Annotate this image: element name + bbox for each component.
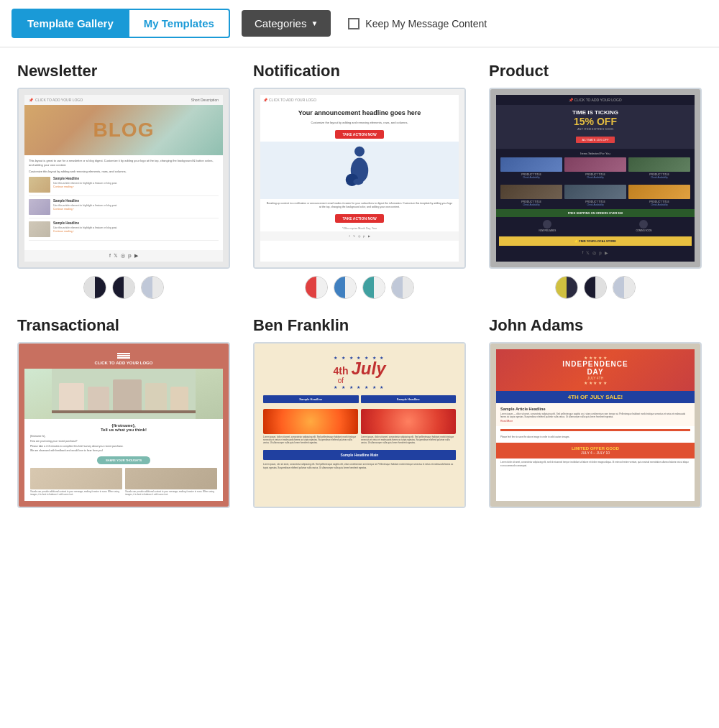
prod-items-section-1: Items Selected For You PRODUCT TITLE Che… [496,149,695,182]
newsletter-section: Newsletter 📌CLICK TO ADD YOUR LOGO Short… [17,62,230,299]
product-swatch-3[interactable] [613,276,636,299]
product-card[interactable]: 📌 CLICK TO ADD YOUR LOGO TIME IS TICKING… [489,88,702,269]
product-title: Product [489,62,702,80]
transactional-card[interactable]: CLICK TO ADD YOUR LOGO [17,342,230,508]
notif-offer: *Offer expires Month Day, Year [260,226,459,231]
notification-section: Notification 📌CLICK TO ADD YOUR LOGO You… [253,62,466,299]
john-adams-title: John Adams [489,316,702,335]
adams-footer-text: Lorem dolor sit amet, consectetur adipis… [496,459,695,469]
svg-rect-8 [145,383,167,412]
notification-preview: 📌CLICK TO ADD YOUR LOGO Your announcemen… [255,89,464,267]
ben-franklin-section: Ben Franklin ★ ★ ★ ★ ★ ★ ★ 4th of July [253,316,466,508]
header: Template Gallery My Templates Categories… [0,0,719,47]
categories-button[interactable]: Categories [242,10,331,37]
newsletter-card[interactable]: 📌CLICK TO ADD YOUR LOGO Short Descriptio… [17,88,230,269]
ben-franklin-preview: ★ ★ ★ ★ ★ ★ ★ 4th of July ★ ★ ★ ★ ★ ★ ★ [255,344,464,507]
product-preview: 📌 CLICK TO ADD YOUR LOGO TIME IS TICKING… [490,89,700,267]
keep-message-text: Keep My Message Content [365,18,487,29]
john-adams-card[interactable]: ★ ★ ★ ★ ★ INDEPENDENCEDAY JULY 4TH ★ ★ ★… [489,342,702,508]
notif-cta-1: TAKE ACTION NOW [260,130,459,139]
nl-article-img-1 [29,177,50,193]
newsletter-swatches [17,276,230,299]
notif-headline: Your announcement headline goes here [260,105,459,121]
newsletter-swatch-2[interactable] [112,276,135,299]
adams-sale-banner: 4TH OF JULY SALE! [496,391,695,403]
adams-banner: ★ ★ ★ ★ ★ INDEPENDENCEDAY JULY 4TH ★ ★ ★… [496,349,695,391]
tab-my-templates-button[interactable]: My Templates [129,9,230,38]
franklin-bottom-headline: Sample Headline Main [263,450,456,460]
notif-illustration [260,142,459,199]
notification-swatch-3[interactable] [362,276,385,299]
notif-footer: f𝕏◎𝕡▶ [260,231,459,241]
nl-header: 📌CLICK TO ADD YOUR LOGO Short Descriptio… [24,95,223,105]
svg-rect-7 [113,379,142,412]
adams-body: Sample Article Headline Lorem ipsum — do… [496,403,695,426]
svg-rect-10 [52,410,196,413]
keep-message-label[interactable]: Keep My Message Content [348,18,487,29]
svg-point-3 [353,178,363,185]
transactional-title: Transactional [17,316,230,335]
prod-store-button: ⭐ FIND YOUR LOCAL STORE [499,236,692,246]
product-swatch-1[interactable] [555,276,578,299]
trans-header: CLICK TO ADD YOUR LOGO [24,349,223,369]
nl-article-img-2 [29,199,50,215]
john-adams-section: John Adams ★ ★ ★ ★ ★ INDEPENDENCEDAY JUL… [489,316,702,508]
prod-items-section-2: PRODUCT TITLE Check Availability PRODUCT… [496,182,695,209]
product-section: Product 📌 CLICK TO ADD YOUR LOGO TIME IS… [489,62,702,299]
prod-header: 📌 CLICK TO ADD YOUR LOGO [496,95,695,105]
notif-sub: Customize the layout by adding and remov… [260,121,459,127]
franklin-articles: Lorem ipsum, dolor sit amet, consectetur… [260,406,459,448]
newsletter-swatch-1[interactable] [83,276,106,299]
notification-swatch-4[interactable] [391,276,414,299]
adams-bottom-banner: LIMITED OFFER GOOD JULY 4 – JULY 10 [496,443,695,459]
notification-card[interactable]: 📌CLICK TO ADD YOUR LOGO Your announcemen… [253,88,466,269]
prod-bottom-links: NEW RELEASES COMING SOON [496,217,695,235]
keep-message-checkbox[interactable] [348,18,360,29]
notification-title: Notification [253,62,466,80]
notif-body-text: Breaking up content in a notification or… [260,199,459,212]
templates-grid: Newsletter 📌CLICK TO ADD YOUR LOGO Short… [17,62,702,508]
notification-swatch-2[interactable] [334,276,357,299]
franklin-headlines: Sample Headline Sample Headline [260,392,459,406]
newsletter-swatch-3[interactable] [141,276,164,299]
prod-free-shipping: FREE SHIPPING ON ORDERS OVER $50 [496,209,695,217]
prod-banner: TIME IS TICKING 15% OFF ANY ITEM EXPIRES… [496,105,695,149]
svg-rect-6 [88,387,109,412]
ben-franklin-card[interactable]: ★ ★ ★ ★ ★ ★ ★ 4th of July ★ ★ ★ ★ ★ ★ ★ [253,342,466,508]
svg-rect-5 [59,383,84,412]
main-content: Newsletter 📌CLICK TO ADD YOUR LOGO Short… [0,47,719,522]
newsletter-preview: 📌CLICK TO ADD YOUR LOGO Short Descriptio… [19,89,229,267]
ben-franklin-title: Ben Franklin [253,316,466,335]
prod-footer: f 𝕏 ◎ 𝕡 ▶ [496,247,695,258]
tab-gallery-button[interactable]: Template Gallery [12,9,129,38]
product-swatch-2[interactable] [584,276,607,299]
transactional-section: Transactional CLICK TO ADD YOUR LOGO [17,316,230,508]
svg-rect-9 [170,387,188,412]
adams-custom-text: Please feel free to save the above image… [496,434,695,440]
franklin-top: ★ ★ ★ ★ ★ ★ ★ 4th of July ★ ★ ★ ★ ★ ★ ★ [260,349,459,392]
notif-cta-2: TAKE ACTION NOW [260,214,459,223]
newsletter-title: Newsletter [17,62,230,80]
transactional-preview: CLICK TO ADD YOUR LOGO [19,344,229,507]
product-swatches [489,276,702,299]
svg-point-0 [354,146,365,156]
notification-swatch-1[interactable] [305,276,328,299]
trans-product-image [24,369,223,419]
notification-swatches [253,276,466,299]
notif-header: 📌CLICK TO ADD YOUR LOGO [260,95,459,105]
adams-divider [500,429,690,431]
nl-article-img-3 [29,221,50,237]
trans-body: {firstname},Tell us what you think! {fir… [24,419,223,501]
nl-body: This layout is great to use for a newsle… [24,155,223,247]
nl-footer: f 𝕏 ◎ 𝕡 ▶ [24,250,223,262]
john-adams-preview: ★ ★ ★ ★ ★ INDEPENDENCEDAY JULY 4TH ★ ★ ★… [490,344,700,507]
franklin-bottom-text: Lorem ipsum, olor sit amet, consectetur … [260,463,459,469]
nl-blog-image: BLOG [24,105,223,155]
